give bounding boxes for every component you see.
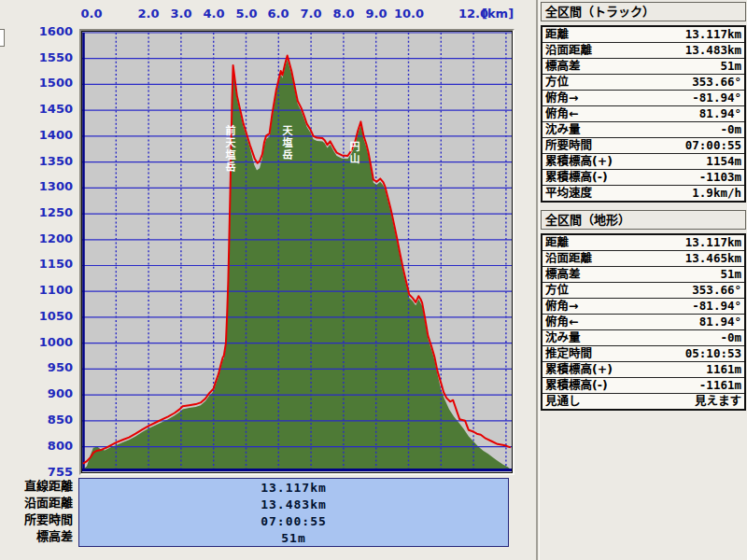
plot-frame: 前天塩岳天塩岳円山 <box>79 29 514 475</box>
row-label: 距離 <box>545 235 569 250</box>
y-axis: 1600155015001450140013501300125012001150… <box>0 32 76 472</box>
y-axis-tick-label: 1150 <box>39 258 73 271</box>
y-axis-tick-label: 1000 <box>39 336 73 349</box>
row-label: 俯角→ <box>545 299 578 314</box>
summary-row-label: 所要時間 <box>0 511 75 528</box>
table-row: 累積標高(+)1161m <box>543 362 744 378</box>
row-value: 81.94° <box>699 315 741 329</box>
row-value: -1161m <box>699 378 741 393</box>
row-value: 1161m <box>706 362 741 377</box>
y-axis-tick-label: 1250 <box>39 206 73 219</box>
row-value: -81.94° <box>692 299 741 314</box>
row-value: 81.94° <box>699 106 741 121</box>
row-value: 1154m <box>706 154 741 169</box>
table-row: 見通し見えます <box>543 394 744 409</box>
table-row: 俯角←81.94° <box>543 315 744 330</box>
table-row: 方位353.66° <box>543 75 744 91</box>
row-label: 方位 <box>545 75 569 90</box>
row-value: 1.9km/h <box>692 186 741 201</box>
x-axis-tick-label: 5.0 <box>235 7 257 21</box>
row-label: 俯角← <box>545 106 578 121</box>
table-row: 推定時間05:10:53 <box>543 346 744 362</box>
y-axis-tick-label: 1500 <box>39 77 73 90</box>
plot-area[interactable]: 前天塩岳天塩岳円山 <box>81 31 513 473</box>
summary-row-value: 13.117km <box>79 480 508 497</box>
y-axis-tick-label: 1600 <box>39 25 73 38</box>
row-value: 51m <box>720 267 741 282</box>
y-axis-tick-label: 1300 <box>39 180 73 193</box>
y-axis-tick-label: 950 <box>48 361 73 374</box>
y-axis-tick-label: 1550 <box>39 51 73 64</box>
x-axis: [km] 0.02.03.04.05.06.07.08.09.010.012.0 <box>82 7 514 23</box>
table-row: 距離13.117km <box>543 235 744 251</box>
table-row: 累積標高(-)-1161m <box>543 378 744 394</box>
row-value: -1103m <box>699 170 741 185</box>
row-label: 方位 <box>545 283 569 298</box>
y-axis-tick-label: 1100 <box>39 284 73 297</box>
row-label: 沿面距離 <box>545 43 592 58</box>
elevation-profile-window: { "chart_layout": { "x_unit": "[km]", "x… <box>0 0 747 560</box>
summary-row-value: 13.483km <box>79 497 508 513</box>
elevation-profile-plot[interactable] <box>82 32 512 472</box>
table-row: 俯角→-81.94° <box>543 299 744 315</box>
table-row: 沿面距離13.465km <box>543 251 744 267</box>
row-label: 見通し <box>545 394 581 409</box>
row-label: 沈み量 <box>545 330 581 345</box>
table-row: 俯角←81.94° <box>543 106 744 122</box>
summary-info-box: 13.117km13.483km07:00:5551m <box>78 478 509 547</box>
y-axis-tick-label: 800 <box>48 440 73 453</box>
row-label: 推定時間 <box>545 346 592 361</box>
table-row: 所要時間07:00:55 <box>543 138 744 154</box>
table-row: 沿面距離13.483km <box>543 43 744 59</box>
group-title-1: 全区間（地形） <box>541 210 746 230</box>
x-axis-tick-label: 7.0 <box>300 7 321 21</box>
y-axis-tick-label: 1400 <box>39 129 73 142</box>
data-table-1: 距離13.117km沿面距離13.465km標高差51m方位353.66°俯角→… <box>541 233 746 411</box>
data-table-0: 距離13.117km沿面距離13.483km標高差51m方位353.66°俯角→… <box>541 25 746 203</box>
row-value: 13.117km <box>685 235 741 250</box>
table-row: 標高差51m <box>543 267 744 283</box>
summary-row-value: 51m <box>79 530 508 547</box>
row-label: 累積標高(+) <box>545 154 613 169</box>
row-value: 353.66° <box>692 283 741 298</box>
row-value: 353.66° <box>692 75 741 90</box>
x-axis-tick-label: 2.0 <box>137 7 159 21</box>
table-row: 沈み量-0m <box>543 330 744 346</box>
row-label: 累積標高(-) <box>545 170 608 185</box>
row-label: 俯角← <box>545 315 578 329</box>
table-row: 方位353.66° <box>543 283 744 299</box>
row-label: 俯角→ <box>545 91 578 105</box>
y-axis-tick-label: 900 <box>48 387 73 400</box>
statistics-side-panel: 全区間（トラック）距離13.117km沿面距離13.483km標高差51m方位3… <box>540 0 747 560</box>
table-row: 累積標高(+)1154m <box>543 154 744 170</box>
row-label: 所要時間 <box>545 138 592 153</box>
x-axis-tick-label: 0.0 <box>80 7 102 21</box>
row-value: 07:00:55 <box>685 138 741 153</box>
row-label: 沈み量 <box>545 122 581 137</box>
row-value: 05:10:53 <box>685 346 741 361</box>
row-label: 平均速度 <box>545 186 592 201</box>
x-axis-tick-label: 4.0 <box>203 7 224 21</box>
row-value: 13.117km <box>685 27 741 42</box>
x-axis-tick-label: 8.0 <box>332 7 354 21</box>
row-value: -0m <box>720 330 741 345</box>
row-label: 距離 <box>545 27 569 42</box>
row-value: 見えます <box>695 394 741 409</box>
table-row: 俯角→-81.94° <box>543 91 744 106</box>
group-title-0: 全区間（トラック） <box>541 2 746 21</box>
summary-row-label: 直線距離 <box>0 478 75 495</box>
row-label: 沿面距離 <box>545 251 592 266</box>
row-value: -81.94° <box>692 91 741 105</box>
x-axis-tick-label: 10.0 <box>394 7 424 21</box>
row-value: 13.483km <box>685 43 741 58</box>
x-axis-tick-label: 12.0 <box>458 7 488 21</box>
table-row: 標高差51m <box>543 59 744 75</box>
y-axis-tick-label: 1450 <box>39 103 73 116</box>
y-axis-tick-label: 1350 <box>39 155 73 168</box>
y-axis-tick-label: 1050 <box>39 310 73 323</box>
row-value: 13.465km <box>685 251 741 266</box>
table-row: 平均速度1.9km/h <box>543 186 744 201</box>
y-axis-tick-label: 1200 <box>39 232 73 245</box>
table-row: 距離13.117km <box>543 27 744 43</box>
table-row: 累積標高(-)-1103m <box>543 170 744 186</box>
